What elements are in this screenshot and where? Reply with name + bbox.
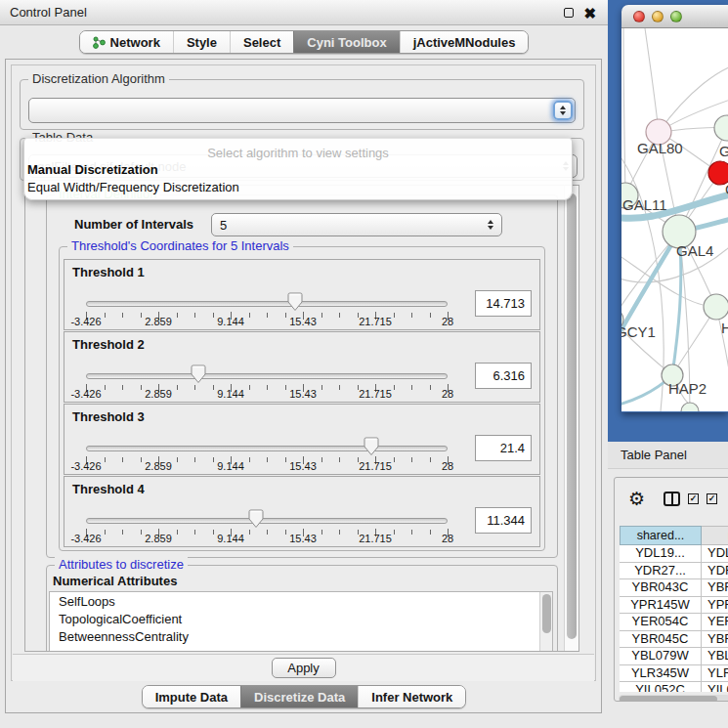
- close-traffic-light[interactable]: [633, 11, 645, 22]
- tab-network[interactable]: Network: [80, 31, 173, 53]
- table-row[interactable]: YBL079WYBL0: [620, 648, 728, 665]
- threshold-value-field[interactable]: 14.713: [475, 290, 532, 317]
- gear-icon[interactable]: ⚙: [628, 490, 645, 508]
- number-of-intervals-stepper[interactable]: [488, 220, 493, 230]
- tab-cyni-toolbox[interactable]: Cyni Toolbox: [293, 31, 399, 53]
- table-row[interactable]: YPR145WYPR1: [620, 597, 728, 615]
- tick-mark: [339, 313, 340, 318]
- apply-button[interactable]: Apply: [272, 658, 336, 678]
- tab-label: Select: [243, 35, 280, 50]
- tab-infer-network[interactable]: Infer Network: [358, 686, 465, 707]
- table-row[interactable]: YLR345WYLR3: [620, 665, 728, 683]
- checkbox-icon[interactable]: ✓: [707, 493, 717, 504]
- algorithm-combobox-stepper[interactable]: [553, 101, 573, 120]
- table-row[interactable]: YER054CYER0: [620, 614, 728, 631]
- tick-label: 15.43: [289, 533, 317, 544]
- tick-mark: [249, 313, 250, 318]
- network-node[interactable]: [714, 115, 728, 141]
- tab-jactivemnodules[interactable]: jActiveMNodules: [400, 31, 529, 53]
- slider-track[interactable]: [86, 518, 448, 524]
- network-canvas[interactable]: GAL80GACGAL11GAL4GCY1HHAP2: [621, 28, 728, 411]
- minimize-traffic-light[interactable]: [652, 11, 664, 22]
- slider-track[interactable]: [86, 373, 448, 379]
- table-cell: YBL079W: [620, 648, 702, 665]
- slider-handle[interactable]: [191, 364, 206, 384]
- tab-select[interactable]: Select: [230, 31, 293, 53]
- tick-label: 21.715: [359, 388, 392, 400]
- tick-label: 28: [442, 533, 453, 544]
- tick-mark: [177, 457, 178, 462]
- settings-scroll-pane: Interval Definition Number of Intervals …: [24, 185, 579, 652]
- table-row[interactable]: YIL052CYIL0: [620, 682, 728, 692]
- tick-label: 28: [442, 388, 453, 400]
- table-cell: YDR27...: [620, 563, 702, 580]
- attribute-list-item[interactable]: TopologicalCoefficient: [50, 610, 552, 627]
- tick-mark: [339, 385, 340, 390]
- tick-mark: [194, 530, 195, 535]
- table-rows: YDL19...YDL1YDR27...YDR2YBR043CYBR0YPR14…: [620, 545, 728, 692]
- network-node-label: GAL11: [622, 196, 667, 213]
- scrollbar-thumb[interactable]: [620, 696, 717, 702]
- slider-track[interactable]: [86, 446, 448, 451]
- control-panel-titlebar: Control Panel ✖: [0, 0, 608, 25]
- network-node[interactable]: [681, 403, 699, 411]
- float-window-icon[interactable]: [564, 8, 574, 18]
- tick-mark: [321, 313, 322, 318]
- attributes-group: Attributes to discretize Numerical Attri…: [46, 565, 558, 652]
- interval-definition-group: Interval Definition Number of Intervals …: [46, 194, 558, 558]
- network-icon: [93, 36, 106, 49]
- network-window-titlebar[interactable]: [621, 5, 728, 28]
- split-columns-icon[interactable]: [664, 492, 680, 506]
- attribute-list-item[interactable]: BetweennessCentrality: [50, 627, 552, 645]
- attribute-list-item[interactable]: SelfLoops: [50, 592, 552, 610]
- tick-mark: [411, 457, 412, 462]
- tick-label: 2.859: [145, 316, 172, 327]
- tick-label: -3.426: [70, 316, 101, 327]
- discretization-algorithm-group: Discretization Algorithm: [20, 79, 584, 130]
- node-table-panel: ⚙ ✓ ✓ shared...n...YDL19...YDL1YDR27...Y…: [614, 477, 728, 702]
- tick-mark: [430, 385, 431, 390]
- popup-prompt: Select algorithm to view settings: [24, 139, 572, 160]
- settings-vertical-scrollbar[interactable]: [564, 186, 578, 651]
- threshold-value-field[interactable]: 21.4: [475, 435, 532, 461]
- threshold-value-field[interactable]: 11.344: [475, 507, 532, 534]
- network-node[interactable]: [704, 294, 728, 320]
- popup-option[interactable]: Manual Discretization: [24, 160, 572, 178]
- column-header[interactable]: shared...: [620, 526, 702, 545]
- table-row[interactable]: YDR27...YDR2: [620, 563, 728, 580]
- number-of-intervals-combobox[interactable]: 5: [211, 213, 502, 236]
- tick-mark: [394, 313, 395, 318]
- thresholds-group-title: Threshold's Coordinates for 5 Intervals: [67, 238, 293, 253]
- column-header[interactable]: n...: [702, 526, 728, 545]
- slider-handle[interactable]: [248, 509, 264, 529]
- slider-handle[interactable]: [364, 437, 379, 456]
- checkbox-icon[interactable]: ✓: [688, 493, 699, 504]
- slider-track[interactable]: [86, 301, 448, 307]
- tick-mark: [411, 530, 412, 535]
- table-row[interactable]: YBR043CYBR0: [620, 579, 728, 597]
- scrollbar-thumb[interactable]: [542, 594, 551, 633]
- threshold-value-field[interactable]: 6.316: [475, 363, 532, 389]
- tab-impute-data[interactable]: Impute Data: [143, 686, 240, 707]
- table-horizontal-scrollbar[interactable]: [619, 695, 728, 702]
- table-cell: YPR1: [702, 597, 728, 615]
- scrollbar-thumb[interactable]: [567, 193, 577, 639]
- zoom-traffic-light[interactable]: [670, 11, 682, 22]
- tick-mark: [321, 385, 322, 390]
- algorithm-combobox[interactable]: [28, 98, 576, 123]
- tab-style[interactable]: Style: [173, 31, 230, 53]
- screen: Control Panel ✖ NetworkStyleSelectCyni T…: [0, 0, 728, 728]
- close-icon[interactable]: ✖: [583, 6, 596, 21]
- numerical-attributes-list[interactable]: SelfLoopsTopologicalCoefficientBetweenne…: [49, 591, 553, 652]
- tick-mark: [285, 530, 286, 535]
- slider-handle[interactable]: [287, 292, 303, 312]
- tick-mark: [194, 313, 195, 318]
- popup-option[interactable]: Equal Width/Frequency Discretization: [24, 178, 572, 195]
- tick-mark: [267, 530, 268, 535]
- table-row[interactable]: YDL19...YDL1: [620, 545, 728, 563]
- number-of-intervals-label: Number of Intervals: [74, 217, 193, 232]
- table-row[interactable]: YBR045CYBR0: [620, 631, 728, 649]
- tick-mark: [105, 457, 106, 462]
- tab-discretize-data[interactable]: Discretize Data: [240, 686, 358, 707]
- attributes-list-scrollbar[interactable]: [539, 592, 552, 652]
